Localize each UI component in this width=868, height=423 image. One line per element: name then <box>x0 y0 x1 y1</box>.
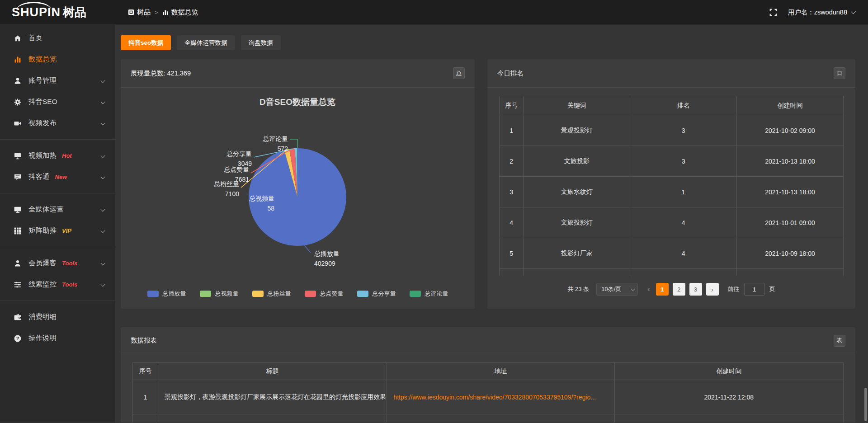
legend-item-总播放量[interactable]: 总播放量 <box>147 290 186 298</box>
sidebar-item-video-publish[interactable]: 视频发布 <box>0 113 115 134</box>
breadcrumb-root[interactable]: 树品 <box>128 8 151 17</box>
page-size-value: 10条/页 <box>601 285 621 293</box>
chevron-down-icon <box>101 175 105 179</box>
sidebar-item-data-overview[interactable]: 数据总览 <box>0 49 115 70</box>
breadcrumb-current[interactable]: 数据总览 <box>162 8 198 17</box>
pie-label-value: 572 <box>278 145 288 152</box>
goto-page-input[interactable] <box>744 283 765 296</box>
sidebar: 首页 数据总览 账号管理 抖音SEO 视频发布 视频加热 Hot <box>0 25 115 423</box>
app-logo[interactable]: SHUPIN 树品 <box>0 5 115 20</box>
day-badge-button[interactable]: 日 <box>834 67 845 79</box>
table-header-row: 序号 标题 地址 创建时间 <box>133 363 844 380</box>
pagination-total: 共 23 条 <box>567 285 589 293</box>
report-card-header: 数据报表 表 <box>121 327 855 354</box>
sidebar-item-doketong[interactable]: 抖客通 New <box>0 166 115 188</box>
cell-keyword: 文旅水纹灯 <box>524 177 630 207</box>
next-page-button[interactable]: › <box>706 283 719 296</box>
sidebar-item-video-heat[interactable]: 视频加热 Hot <box>0 145 115 166</box>
legend-item-总视频量[interactable]: 总视频量 <box>200 290 239 298</box>
ranking-table-wrap: 序号 关键词 排名 创建时间 1 景观投影灯 3 2021-10 <box>499 96 844 276</box>
sidebar-item-member-burst[interactable]: 会员爆客 Tools <box>0 253 115 274</box>
sidebar-item-douyin-seo[interactable]: 抖音SEO <box>0 91 115 113</box>
ranking-card-title: 今日排名 <box>497 69 524 78</box>
scrollbar-thumb[interactable] <box>864 388 867 421</box>
col-header-rank: 排名 <box>630 96 737 115</box>
cell-index: 1 <box>133 380 158 414</box>
impressions-total-label: 展现量总数: 421,369 <box>131 69 191 78</box>
user-menu[interactable]: 用户名：zswodun88 <box>788 8 854 17</box>
prev-page-button[interactable]: ‹ <box>646 285 651 293</box>
sidebar-item-home[interactable]: 首页 <box>0 28 115 49</box>
cell-index: 2 <box>500 146 524 177</box>
video-link[interactable]: https://www.iesdouyin.com/share/video/70… <box>393 394 596 401</box>
goto-page: 前往 页 <box>728 283 775 296</box>
cell-rank: 4 <box>630 207 737 238</box>
legend-label: 总评论量 <box>425 290 448 298</box>
report-table: 序号 标题 地址 创建时间 1 景观投影灯，夜游景观投影灯厂家展示展示落花灯在花… <box>132 362 844 423</box>
col-header-created: 创建时间 <box>737 96 844 115</box>
home-icon <box>14 34 22 42</box>
page-button-3[interactable]: 3 <box>689 283 702 296</box>
sidebar-divider <box>0 139 115 140</box>
table-badge-button[interactable]: 表 <box>834 335 845 347</box>
app-square-icon <box>128 9 134 15</box>
sidebar-item-label: 账号管理 <box>28 76 57 85</box>
tab-inquiry-data[interactable]: 询盘数据 <box>241 35 281 50</box>
table-row: 3 文旅水纹灯 1 2021-10-13 18:00 <box>500 177 844 207</box>
sidebar-item-media-operation[interactable]: 全媒体运营 <box>0 199 115 220</box>
legend-swatch <box>200 291 211 297</box>
legend-item-总粉丝量[interactable]: 总粉丝量 <box>252 290 291 298</box>
monitor-icon <box>14 206 22 214</box>
chevron-down-icon <box>101 282 105 287</box>
cell-index: 1 <box>500 115 524 146</box>
sidebar-item-label: 首页 <box>28 33 42 43</box>
cell-created: 2021-10-09 18:00 <box>737 238 844 269</box>
legend-item-总评论量[interactable]: 总评论量 <box>410 290 448 298</box>
goto-label: 前往 <box>728 285 740 293</box>
legend-swatch <box>410 291 421 297</box>
chart-title: D音SEO数据量总览 <box>259 97 335 107</box>
chevron-down-icon <box>851 9 856 14</box>
goto-unit: 页 <box>769 285 775 293</box>
sidebar-item-label: 抖客通 <box>28 172 50 182</box>
col-header-index: 序号 <box>500 96 524 115</box>
legend-label: 总分享量 <box>373 290 396 298</box>
new-badge: New <box>55 174 67 180</box>
report-card: 数据报表 表 序号 标题 地址 创建时间 <box>121 327 855 423</box>
legend-label: 总播放量 <box>163 290 186 298</box>
logo-text-en: SHUPIN <box>12 5 61 19</box>
breadcrumb-separator: > <box>155 9 158 16</box>
page-button-2[interactable]: 2 <box>673 283 685 296</box>
total-badge-button[interactable]: 总 <box>453 67 465 79</box>
page-size-select[interactable]: 10条/页 <box>596 283 638 296</box>
logo-text-cn: 树品 <box>63 5 86 20</box>
legend-item-总点赞量[interactable]: 总点赞量 <box>305 290 344 298</box>
legend-item-总分享量[interactable]: 总分享量 <box>357 290 396 298</box>
sidebar-item-instructions[interactable]: ? 操作说明 <box>0 328 115 349</box>
sidebar-item-lead-monitor[interactable]: 线索监控 Tools <box>0 274 115 295</box>
tab-douyin-seo-data[interactable]: 抖音seo数据 <box>121 35 171 50</box>
sidebar-item-label: 抖音SEO <box>28 97 57 107</box>
sidebar-divider <box>0 301 115 301</box>
cell-keyword: 景观投影灯 <box>524 115 630 146</box>
sidebar-item-account[interactable]: 账号管理 <box>0 70 115 91</box>
ranking-table: 序号 关键词 排名 创建时间 1 景观投影灯 3 2021-10 <box>499 96 844 276</box>
cell-created: 2021-11-22 12:08 <box>614 380 843 414</box>
col-header-title: 标题 <box>158 363 387 380</box>
sidebar-item-matrix-boost[interactable]: 矩阵助推 VIP <box>0 220 115 241</box>
tab-media-operation-data[interactable]: 全媒体运营数据 <box>177 35 235 50</box>
user-icon <box>14 77 22 85</box>
chevron-down-icon <box>101 207 105 212</box>
sidebar-item-expense-detail[interactable]: 消费明细 <box>0 306 115 328</box>
impressions-card-header: 展现量总数: 421,369 总 <box>121 59 475 88</box>
sidebar-divider <box>0 193 115 193</box>
tools-badge: Tools <box>62 281 77 288</box>
table-row-partial <box>133 414 844 423</box>
legend-swatch <box>252 291 264 297</box>
table-header-row: 序号 关键词 排名 创建时间 <box>500 96 844 115</box>
fullscreen-icon[interactable] <box>769 9 777 16</box>
pie-label-name: 总评论量 <box>263 135 288 142</box>
member-icon <box>14 259 22 268</box>
cell-rank: 3 <box>630 146 737 177</box>
page-button-1[interactable]: 1 <box>656 283 669 296</box>
